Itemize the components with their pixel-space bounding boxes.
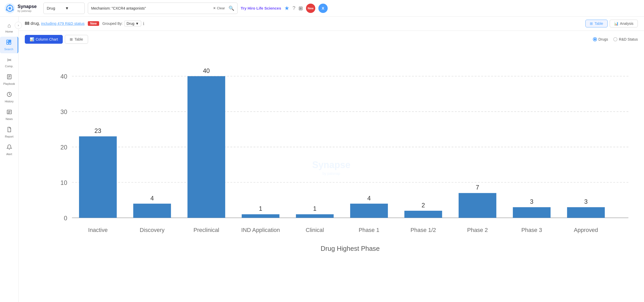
rd-status-radio-circle xyxy=(613,37,617,41)
bar-inactive xyxy=(79,136,117,218)
main-content: 88 drug, including 479 R&D status New Gr… xyxy=(19,17,644,302)
info-icon[interactable]: ℹ xyxy=(143,21,144,26)
playbook-icon xyxy=(6,74,12,81)
hiro-link[interactable]: Try Hiro Life Sciences xyxy=(241,6,281,10)
help-button[interactable]: ? xyxy=(293,5,295,11)
drugs-radio-label: Drugs xyxy=(599,37,608,41)
svg-rect-8 xyxy=(7,42,9,44)
close-icon: ✕ xyxy=(213,6,216,10)
sidebar-item-comp[interactable]: ✂ Comp. xyxy=(0,54,18,70)
sidebar-item-history[interactable]: History xyxy=(0,89,18,105)
chart-controls-left: 📊 Column Chart ⊞ Table xyxy=(25,35,88,44)
sidebar-item-alert[interactable]: Alert xyxy=(0,142,18,158)
rd-status-radio-label: R&D Status xyxy=(619,37,638,41)
svg-rect-9 xyxy=(9,42,11,44)
sidebar-item-report[interactable]: Report xyxy=(0,124,18,141)
logo-title: Synapse xyxy=(18,4,37,9)
svg-text:23: 23 xyxy=(95,127,101,134)
svg-text:IND Application: IND Application xyxy=(241,227,280,233)
analysis-view-label: Analysis xyxy=(620,21,633,26)
apps-button[interactable]: ⊞ xyxy=(299,5,303,11)
sidebar-collapse-button[interactable]: › xyxy=(15,22,22,29)
svg-point-3 xyxy=(9,4,11,6)
new-tag: New xyxy=(88,21,99,26)
svg-text:Approved: Approved xyxy=(574,227,598,233)
bar-phase2 xyxy=(459,193,496,218)
clear-button[interactable]: ✕ Clear xyxy=(211,6,226,11)
chart-svg: Count 40 30 20 10 0 xyxy=(25,48,638,284)
svg-text:Clinical: Clinical xyxy=(306,227,324,233)
drugs-radio[interactable]: Drugs xyxy=(593,37,608,41)
sidebar-item-search[interactable]: Search xyxy=(0,37,18,53)
home-icon: ⌂ xyxy=(7,22,11,29)
header: Synapse by patsnap Drug ▼ ✕ Clear 🔍 Try … xyxy=(0,0,644,17)
alert-icon xyxy=(6,144,12,152)
svg-text:Phase 3: Phase 3 xyxy=(521,227,542,233)
svg-rect-7 xyxy=(9,40,11,42)
search-bar: ✕ Clear 🔍 xyxy=(88,3,238,14)
svg-text:Inactive: Inactive xyxy=(88,227,108,233)
bar-discovery xyxy=(133,204,171,218)
bar-approved xyxy=(567,207,605,218)
svg-text:7: 7 xyxy=(476,184,479,191)
clear-label: Clear xyxy=(217,6,225,10)
svg-text:4: 4 xyxy=(150,195,154,202)
header-icons: ★ ? ⊞ New X xyxy=(284,4,328,13)
svg-rect-6 xyxy=(7,40,9,42)
grouped-by-label: Grouped By: xyxy=(102,21,123,26)
content-topbar: 88 drug, including 479 R&D status New Gr… xyxy=(19,17,644,31)
history-icon xyxy=(6,92,12,99)
svg-text:1: 1 xyxy=(313,205,316,212)
column-chart-button[interactable]: 📊 Column Chart xyxy=(25,35,63,44)
svg-text:40: 40 xyxy=(60,73,67,80)
table-view-label: Table xyxy=(594,21,603,26)
sidebar-comp-label: Comp. xyxy=(5,65,13,68)
svg-text:1: 1 xyxy=(259,205,262,212)
chart-controls: 📊 Column Chart ⊞ Table Drugs xyxy=(25,35,638,44)
search-type-dropdown[interactable]: Drug ▼ xyxy=(43,3,85,14)
sidebar-history-label: History xyxy=(5,100,13,103)
svg-text:Phase 1/2: Phase 1/2 xyxy=(411,227,436,233)
chart-icon: 📊 xyxy=(614,21,618,26)
logo-text: Synapse by patsnap xyxy=(18,4,37,12)
search-input[interactable] xyxy=(91,6,209,10)
search-type-label: Drug xyxy=(47,6,63,10)
column-chart-label: Column Chart xyxy=(36,37,58,41)
rd-status-radio[interactable]: R&D Status xyxy=(613,37,638,41)
grouped-by: Grouped By: Drug ▼ ℹ xyxy=(102,21,144,26)
table-icon: ⊞ xyxy=(590,21,593,26)
table-chart-label: Table xyxy=(74,37,83,41)
favorites-button[interactable]: ★ xyxy=(284,5,289,12)
bar-ind xyxy=(242,214,279,218)
rd-status-link[interactable]: including 479 R&D status xyxy=(41,21,84,26)
sidebar-report-label: Report xyxy=(5,135,13,138)
grouped-by-value: Drug xyxy=(127,21,134,26)
bar-phase12 xyxy=(404,211,442,218)
sidebar-item-playbook[interactable]: Playbook xyxy=(0,71,18,88)
grouped-by-select[interactable]: Drug ▼ xyxy=(124,21,141,26)
count-number: 88 xyxy=(25,21,29,26)
analysis-view-button[interactable]: 📊 Analysis xyxy=(610,20,638,27)
chevron-down-icon: ▼ xyxy=(135,21,139,26)
app-body: › ⌂ Home Search ✂ Comp. xyxy=(0,17,644,302)
svg-text:3: 3 xyxy=(530,198,533,205)
svg-text:2: 2 xyxy=(421,202,425,209)
bar-clinical xyxy=(296,214,334,218)
chart-container: Synapse by patsnap Count 40 30 20 xyxy=(25,48,638,290)
chevron-down-icon: ▼ xyxy=(65,6,81,10)
table-chart-button[interactable]: ⊞ Table xyxy=(65,35,88,44)
column-chart-icon: 📊 xyxy=(30,37,34,41)
user-avatar[interactable]: X xyxy=(318,4,328,13)
sidebar-news-label: News xyxy=(6,117,13,120)
new-badge[interactable]: New xyxy=(306,4,315,13)
bar-preclinical xyxy=(187,76,225,218)
comp-icon: ✂ xyxy=(7,57,12,64)
count-description: drug, xyxy=(30,21,40,26)
sidebar-item-news[interactable]: News xyxy=(0,107,18,123)
bar-phase1 xyxy=(350,204,388,218)
search-button[interactable]: 🔍 xyxy=(229,5,234,11)
table-view-button[interactable]: ⊞ Table xyxy=(585,20,607,27)
svg-text:3: 3 xyxy=(584,198,588,205)
svg-text:0: 0 xyxy=(64,215,67,222)
svg-text:Discovery: Discovery xyxy=(140,227,164,233)
